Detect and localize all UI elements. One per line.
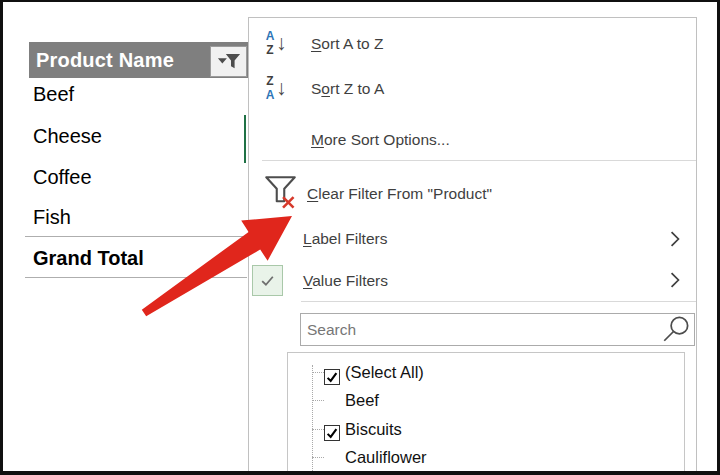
sort-za-icon: ZA ↓ (263, 73, 293, 105)
filter-checkbox-list: (Select All) Beef Biscuits Cauliflower (287, 352, 685, 475)
pivot-row-label: Fish (33, 205, 243, 229)
menu-item-sort-z-to-a[interactable]: Sort Z to A (249, 70, 695, 108)
menu-item-value-filters[interactable]: Value Filters (249, 266, 695, 296)
screenshot-root: Product Name Beef Cheese Coffee Fish Gra… (0, 0, 720, 475)
header-filter-button[interactable] (210, 46, 247, 77)
filter-list-item[interactable]: (Select All) (288, 358, 684, 386)
active-cell-border (244, 115, 246, 163)
filter-list-item[interactable]: Biscuits (288, 415, 684, 443)
menu-divider (301, 301, 696, 302)
menu-item-label-filters[interactable]: Label Filters (249, 224, 695, 254)
clear-filter-icon (264, 175, 297, 215)
pivot-row-label: Cheese (33, 124, 243, 148)
menu-item-sort-a-to-z[interactable]: Sort A to Z (249, 25, 695, 63)
filter-list-item[interactable]: Beef (288, 386, 684, 414)
checkbox-checked[interactable] (324, 369, 340, 385)
image-border (0, 0, 3, 475)
pivot-row-label: Beef (33, 82, 243, 106)
table-border-line (25, 236, 247, 237)
search-box (300, 313, 695, 346)
search-icon (660, 315, 694, 345)
filter-item-label: Cauliflower (345, 443, 427, 471)
image-border (0, 0, 720, 2)
submenu-chevron-icon (670, 231, 680, 251)
down-arrow-icon: ↓ (276, 28, 287, 58)
value-filters-checked-icon (252, 265, 283, 296)
image-border (0, 471, 720, 475)
filter-item-label: Biscuits (345, 415, 402, 443)
table-border-line (25, 277, 247, 278)
pivot-grand-total-label: Grand Total (33, 246, 243, 270)
sort-az-icon: AZ ↓ (263, 28, 293, 60)
filter-item-label: Beef (345, 386, 379, 414)
filter-item-label: (Select All) (345, 358, 424, 386)
down-arrow-icon: ↓ (276, 73, 287, 103)
menu-divider (262, 160, 696, 161)
submenu-chevron-icon (670, 272, 680, 292)
filter-applied-icon (216, 52, 242, 71)
filter-list-item[interactable]: Cauliflower (288, 443, 684, 471)
menu-item-clear-filter[interactable]: Clear Filter From "Product" (249, 173, 695, 215)
search-input[interactable] (301, 314, 660, 345)
pivot-header-label: Product Name (29, 49, 174, 72)
pivot-row-label: Coffee (33, 165, 243, 189)
menu-item-more-sort-options[interactable]: More Sort Options... (249, 121, 695, 159)
